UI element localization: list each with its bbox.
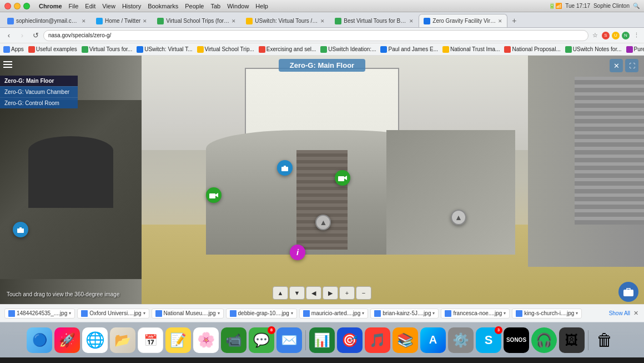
download-7[interactable]: francesca-noe....jpg ▾ [441,309,510,319]
bm-school[interactable]: Virtual School Trip... [197,46,254,53]
menu-help[interactable]: Help [255,3,268,9]
tab-2-close[interactable]: ✕ [143,18,147,24]
ctrl-zoom-in[interactable]: + [339,286,355,300]
extension-icon-2[interactable]: U [612,32,620,39]
new-tab-button[interactable]: + [507,14,521,27]
close-button[interactable] [4,3,11,9]
menu-view[interactable]: View [102,3,115,9]
bm-notes[interactable]: USwitch Notes for... [565,46,622,53]
download-1[interactable]: 14844264535_....jpg ▾ [4,309,75,319]
ctrl-up[interactable]: ▲ [273,286,288,300]
tour-menu-button[interactable] [3,59,14,70]
dock-sonos[interactable]: SONOS [504,327,529,353]
download-7-chevron[interactable]: ▾ [504,311,506,316]
tab-4[interactable]: USwitch: Virtual Tours / Armc... ✕ [241,14,330,27]
dock-finder[interactable]: 🔵 [27,327,52,353]
tour-close-button[interactable]: ✕ [610,59,623,72]
back-button[interactable]: ‹ [3,30,14,41]
download-4-chevron[interactable]: ▾ [291,311,293,316]
dock-chrome[interactable]: 🌐 [82,327,108,353]
download-2[interactable]: Oxford Universi....jpg ▾ [77,309,149,319]
dock-finder2[interactable]: 📂 [110,327,135,353]
bm-ideation[interactable]: USwitch Ideation:... [320,46,376,53]
tab-3-close[interactable]: ✕ [232,18,236,24]
dock-trash[interactable]: 🗑 [592,327,617,353]
menu-tab[interactable]: Tab [210,3,220,9]
hotspot-nav-2[interactable]: ▲ [451,210,466,225]
bm-uswitch[interactable]: USwitch: Virtual T... [137,46,192,53]
extension-icon-3[interactable]: N [622,32,630,39]
dock-facetime[interactable]: 📹 [221,327,246,353]
dock-notes[interactable]: 📝 [165,327,191,353]
show-all-downloads-button[interactable]: Show All [609,310,630,316]
bm-exercise[interactable]: Exercising and sel... [259,46,316,53]
camera-capture-button[interactable] [618,282,638,302]
ctrl-left[interactable]: ◀ [306,286,321,300]
dock-books[interactable]: 📚 [393,327,418,353]
forward-button[interactable]: › [17,30,28,41]
menu-window[interactable]: Window [227,3,249,9]
hotspot-camera-2[interactable] [335,170,350,186]
tab-1-close[interactable]: ✕ [82,18,86,24]
download-5-chevron[interactable]: ▾ [362,311,364,316]
chrome-menu-icon[interactable]: ⋮ [632,31,641,40]
menu-edit[interactable]: Edit [85,3,95,9]
tab-4-close[interactable]: ✕ [320,18,325,24]
download-3[interactable]: National Museu....jpg ▾ [152,309,224,319]
bm-useful[interactable]: Useful examples [28,46,77,53]
search-icon[interactable]: 🔍 [633,3,640,9]
menu-chrome[interactable]: Chrome [39,3,62,9]
download-6-chevron[interactable]: ▾ [432,311,435,316]
menu-file[interactable]: File [69,3,79,9]
tab-6-close[interactable]: ✕ [498,18,502,24]
hotspot-camera-3[interactable] [277,160,293,176]
dock-spotify[interactable]: 🎧 [531,327,557,353]
download-3-chevron[interactable]: ▾ [218,311,220,316]
menu-bookmarks[interactable]: Bookmarks [148,3,178,9]
ctrl-down[interactable]: ▼ [289,286,305,300]
dock-launchpad[interactable]: 🚀 [54,327,80,353]
download-2-chevron[interactable]: ▾ [143,311,145,316]
bm-paul[interactable]: Paul and James E... [380,46,438,53]
tab-3[interactable]: Virtual School Trips (for whe... ✕ [152,14,241,27]
download-1-chevron[interactable]: ▾ [69,311,71,316]
tour-fullscreen-button[interactable]: ⛶ [625,59,638,72]
download-4[interactable]: debbie-grap-10....jpg ▾ [226,309,297,319]
tab-2[interactable]: Home / Twitter ✕ [91,14,152,27]
dock-numbers[interactable]: 📊 [309,327,335,353]
bm-diamonds[interactable]: Purely Diamonds:... [626,46,644,53]
dock-photos[interactable]: 🌸 [193,327,219,353]
dock-music[interactable]: 🎵 [365,327,390,353]
side-panel-item-control[interactable]: Zero-G: Control Room [0,97,78,108]
download-8-chevron[interactable]: ▾ [576,311,578,316]
tab-5[interactable]: Best Virtual Tours for Buddin... ✕ [330,14,419,27]
downloads-bar-close[interactable]: ✕ [632,310,640,317]
ctrl-zoom-out[interactable]: − [356,286,371,300]
download-5[interactable]: mauricio-arted....jpg ▾ [299,309,368,319]
bm-virtual-tours[interactable]: Virtual Tours for... [82,46,132,53]
dock-messages[interactable]: 💬 8 [249,327,274,353]
dock-systemprefs[interactable]: ⚙️ [448,327,474,353]
menu-people[interactable]: People [185,3,204,9]
tab-1[interactable]: sophieclinton@ymail.com - Y... ✕ [2,14,91,27]
dock-calendar[interactable]: 📅 [138,327,163,353]
hotspot-info[interactable]: i [290,245,305,260]
extension-icon-1[interactable]: S [602,32,610,39]
dock-mail[interactable]: ✉️ [276,327,302,353]
hotspot-camera-1[interactable] [206,187,222,203]
side-panel-item-vacuum[interactable]: Zero-G: Vacuum Chamber [0,86,78,97]
bookmark-star-icon[interactable]: ☆ [591,31,600,40]
dock-skype[interactable]: S 3 [476,327,501,353]
bm-national[interactable]: National Trust Ima... [442,46,500,53]
minimize-button[interactable] [14,3,21,9]
bm-apps[interactable]: Apps [3,46,24,53]
menu-history[interactable]: History [122,3,141,9]
url-input[interactable] [43,30,588,41]
dock-photo-viewer[interactable]: 🖼 [559,327,585,353]
dock-appstore[interactable]: A [420,327,446,353]
tour-viewport[interactable]: Zero-G: Main Floor ✕ ⛶ Zero-G: Main Floo… [0,56,644,304]
reload-button[interactable]: ↺ [30,30,41,41]
tab-6[interactable]: Zero Gravity Facility Virtual To... ✕ [419,14,507,27]
dock-keynote[interactable]: 🎯 [337,327,363,353]
maximize-button[interactable] [23,3,30,9]
